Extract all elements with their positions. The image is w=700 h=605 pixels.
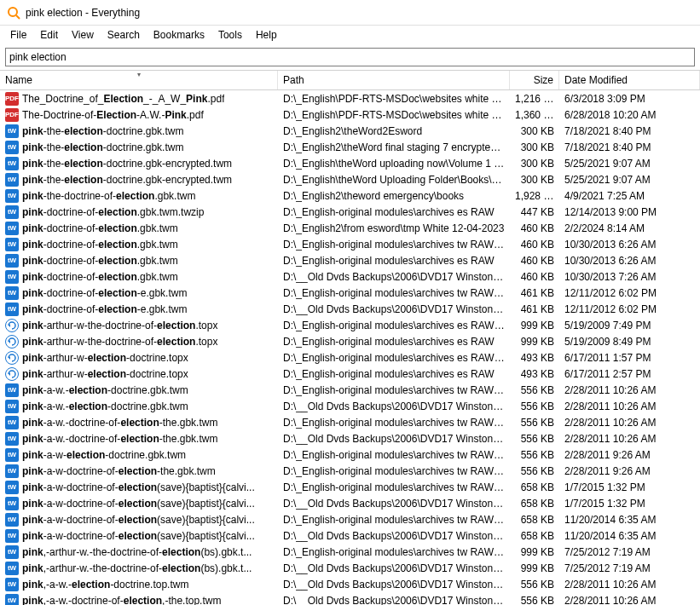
cell-path: D:\_English\theWord Uploading Folder\Boo… (278, 174, 510, 186)
table-row[interactable]: tWpink-the-election-doctrine.gbk-encrypt… (0, 171, 700, 187)
table-row[interactable]: PDFThe_Doctrine_of_Election_-_A_W_Pink.p… (0, 90, 700, 107)
table-row[interactable]: tWpink-a-w.-election-doctrine.gbk.twmD:\… (0, 382, 700, 398)
table-row[interactable]: tWpink-a-w-doctrine-of-election(save){ba… (0, 495, 700, 511)
table-row[interactable]: tWpink-doctrine-of-election.gbk.twmD:\_E… (0, 236, 700, 252)
cell-path: D:\_English-original modules\archives es… (278, 320, 510, 331)
table-row[interactable]: tWpink-the-doctrine-of-election.gbk.twmD… (0, 187, 700, 204)
table-row[interactable]: tWpink,-a-w.-election-doctrine.top.twmD:… (0, 576, 700, 592)
column-header-name[interactable]: ▾ Name (0, 71, 278, 89)
menu-bookmarks[interactable]: Bookmarks (147, 27, 211, 43)
twm-file-icon: tW (5, 400, 19, 413)
table-row[interactable]: tWpink-doctrine-of-election.gbk.twmD:\_E… (0, 220, 700, 236)
table-row[interactable]: tWpink,-arthur-w.-the-doctrine-of-electi… (0, 560, 700, 576)
cell-name: PDFThe_Doctrine_of_Election_-_A_W_Pink.p… (0, 92, 278, 106)
filename-text: pink-the-election-doctrine.gbk.twm (22, 141, 183, 153)
cell-size: 460 KB (510, 255, 559, 267)
table-row[interactable]: pink-arthur-w-the-doctrine-of-election.t… (0, 317, 700, 333)
cell-date: 2/28/2011 10:26 AM (559, 579, 700, 591)
table-row[interactable]: tWpink-a-w.-doctrine-of-election-the.gbk… (0, 430, 700, 447)
cell-name: tWpink-doctrine-of-election.gbk.twm (0, 238, 278, 251)
table-row[interactable]: pink-arthur-w-the-doctrine-of-election.t… (0, 333, 700, 349)
table-row[interactable]: tWpink-doctrine-of-election.gbk.twmD:\_E… (0, 252, 700, 268)
column-header-date[interactable]: Date Modified (559, 71, 700, 89)
table-row[interactable]: tWpink-the-election-doctrine.gbk-encrypt… (0, 155, 700, 171)
cell-size: 556 KB (510, 433, 559, 445)
filename-text: pink-doctrine-of-election.gbk.twm (22, 239, 178, 251)
table-row[interactable]: PDFThe-Doctrine-of-Election-A.W.-Pink.pd… (0, 107, 700, 123)
menu-help[interactable]: Help (249, 27, 284, 43)
cell-size: 658 KB (510, 481, 559, 493)
cell-date: 5/25/2021 9:07 AM (559, 158, 700, 170)
table-row[interactable]: tWpink-a-w.-doctrine-of-election-the.gbk… (0, 414, 700, 430)
table-row[interactable]: tWpink-the-election-doctrine.gbk.twmD:\_… (0, 139, 700, 155)
menu-view[interactable]: View (65, 27, 101, 43)
twm-file-icon: tW (5, 124, 19, 138)
cell-size: 300 KB (510, 125, 559, 137)
topx-file-icon (5, 319, 19, 332)
menu-tools[interactable]: Tools (211, 27, 249, 43)
cell-date: 7/25/2012 7:19 AM (559, 562, 700, 574)
table-row[interactable]: tWpink,-arthur-w.-the-doctrine-of-electi… (0, 544, 700, 560)
menu-search[interactable]: Search (101, 27, 147, 43)
cell-size: 300 KB (510, 158, 559, 170)
filename-text: pink-the-election-doctrine.gbk-encrypted… (22, 158, 232, 170)
filename-text: pink-the-doctrine-of-election.gbk.twm (22, 190, 195, 202)
cell-name: PDFThe-Doctrine-of-Election-A.W.-Pink.pd… (0, 108, 278, 122)
table-row[interactable]: tWpink-doctrine-of-election.gbk.twm.twzi… (0, 204, 700, 220)
filename-text: pink-doctrine-of-election.gbk.twm (22, 255, 178, 267)
filename-text: pink-arthur-w-the-doctrine-of-election.t… (22, 320, 217, 331)
table-row[interactable]: pink-arthur-w-election-doctrine.topxD:\_… (0, 366, 700, 382)
cell-size: 493 KB (510, 352, 559, 364)
filename-text: pink-a-w-election-doctrine.gbk.twm (22, 449, 186, 461)
table-row[interactable]: tWpink-a-w-doctrine-of-election-the.gbk.… (0, 463, 700, 479)
cell-name: tWpink-doctrine-of-election-e.gbk.twm (0, 286, 278, 300)
cell-path: D:\__Old Dvds Backups\2006\DVD17 Winston… (278, 595, 510, 606)
cell-date: 2/28/2011 10:26 AM (559, 595, 700, 606)
table-row[interactable]: tWpink,-a-w.-doctrine-of-election,-the.t… (0, 592, 700, 605)
cell-size: 460 KB (510, 222, 559, 234)
cell-path: D:\_English-original modules\archives tw… (278, 239, 510, 251)
results-list[interactable]: PDFThe_Doctrine_of_Election_-_A_W_Pink.p… (0, 90, 700, 605)
cell-date: 1/7/2015 1:32 PM (559, 481, 700, 493)
menu-edit[interactable]: Edit (33, 27, 65, 43)
table-row[interactable]: tWpink-a-w-doctrine-of-election(save){ba… (0, 511, 700, 527)
table-row[interactable]: tWpink-a-w-doctrine-of-election(save){ba… (0, 527, 700, 544)
cell-path: D:\_English-original modules\archives es… (278, 368, 510, 380)
cell-path: D:\__Old Dvds Backups\2006\DVD17 Winston… (278, 271, 510, 283)
twm-file-icon: tW (5, 432, 19, 446)
twm-file-icon: tW (5, 448, 19, 462)
table-row[interactable]: tWpink-doctrine-of-election-e.gbk.twmD:\… (0, 285, 700, 301)
topx-file-icon (5, 367, 19, 381)
cell-name: tWpink-the-election-doctrine.gbk-encrypt… (0, 173, 278, 187)
filename-text: pink-a-w.-doctrine-of-election-the.gbk.t… (22, 417, 217, 429)
table-row[interactable]: tWpink-doctrine-of-election.gbk.twmD:\__… (0, 268, 700, 285)
cell-name: tWpink,-arthur-w.-the-doctrine-of-electi… (0, 545, 278, 559)
twm-file-icon: tW (5, 238, 19, 251)
cell-date: 2/28/2011 10:26 AM (559, 417, 700, 429)
table-row[interactable]: tWpink-a-w.-election-doctrine.gbk.twmD:\… (0, 398, 700, 414)
cell-path: D:\_English2\theWord2Esword (278, 125, 510, 137)
column-header-size[interactable]: Size (510, 71, 559, 89)
column-header-path[interactable]: Path (278, 71, 510, 89)
cell-path: D:\__Old Dvds Backups\2006\DVD17 Winston… (278, 433, 510, 445)
table-row[interactable]: tWpink-a-w-doctrine-of-election(save){ba… (0, 479, 700, 495)
cell-date: 11/20/2014 6:35 AM (559, 530, 700, 542)
twm-file-icon: tW (5, 594, 19, 606)
cell-date: 6/17/2011 1:57 PM (559, 352, 700, 364)
cell-name: tWpink-a-w.-doctrine-of-election-the.gbk… (0, 416, 278, 429)
filename-text: pink-doctrine-of-election-e.gbk.twm (22, 303, 187, 315)
table-row[interactable]: tWpink-the-election-doctrine.gbk.twmD:\_… (0, 123, 700, 139)
menu-file[interactable]: File (3, 27, 33, 43)
cell-size: 493 KB (510, 368, 559, 380)
table-row[interactable]: tWpink-a-w-election-doctrine.gbk.twmD:\_… (0, 447, 700, 463)
filename-text: pink,-a-w.-doctrine-of-election,-the.top… (22, 595, 221, 606)
table-row[interactable]: tWpink-doctrine-of-election-e.gbk.twmD:\… (0, 301, 700, 317)
cell-path: D:\__Old Dvds Backups\2006\DVD17 Winston… (278, 530, 510, 542)
cell-name: tWpink-doctrine-of-election.gbk.twm (0, 254, 278, 268)
cell-name: tWpink-a-w-doctrine-of-election(save){ba… (0, 481, 278, 494)
table-row[interactable]: pink-arthur-w-election-doctrine.topxD:\_… (0, 349, 700, 366)
search-input[interactable] (6, 49, 694, 66)
cell-size: 300 KB (510, 174, 559, 186)
twm-file-icon: tW (5, 545, 19, 559)
cell-name: tWpink-the-doctrine-of-election.gbk.twm (0, 189, 278, 203)
